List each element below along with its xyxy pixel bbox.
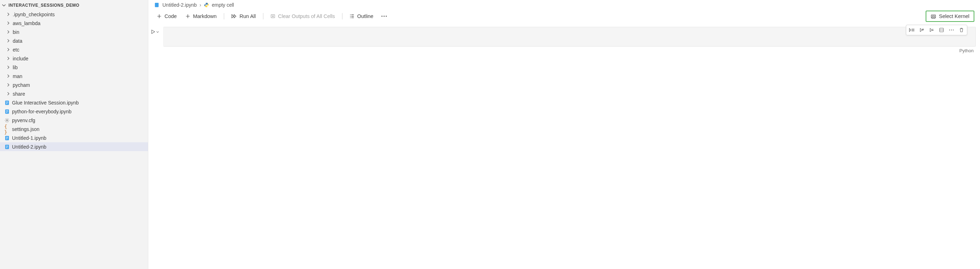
notebook-toolbar: Code Markdown Run All Clear Outputs of A…: [148, 9, 980, 25]
breadcrumb: Untitled-2.ipynb › empty cell: [148, 0, 980, 9]
folder-item[interactable]: .ipynb_checkpoints: [0, 10, 148, 19]
folder-label: lib: [13, 65, 18, 70]
run-all-label: Run All: [240, 13, 256, 19]
cell-more-button[interactable]: [947, 26, 956, 34]
svg-point-2: [6, 120, 8, 121]
run-cell-button[interactable]: [151, 27, 163, 34]
file-label: Glue Interactive Session.ipynb: [12, 100, 79, 105]
run-all-button[interactable]: Run All: [227, 12, 260, 21]
add-code-cell-button[interactable]: Code: [153, 12, 181, 21]
cell-body: Python: [163, 27, 976, 53]
chevron-right-icon: [6, 38, 11, 43]
svg-point-16: [951, 30, 952, 30]
chevron-right-icon: [6, 65, 11, 70]
execute-below-button[interactable]: [928, 26, 936, 34]
file-label: python-for-everybody.ipynb: [12, 109, 72, 115]
folder-item[interactable]: bin: [0, 27, 148, 37]
svg-point-6: [206, 3, 206, 3]
plus-icon: [157, 14, 162, 19]
svg-point-17: [953, 30, 953, 30]
chevron-right-icon: [6, 56, 11, 61]
explorer-root-header[interactable]: INTERACTIVE_SESSIONS_DEMO: [0, 2, 148, 10]
run-all-icon: [231, 14, 237, 19]
cell-toolbar: [906, 25, 967, 35]
chevron-right-icon: [6, 83, 11, 88]
folder-item[interactable]: aws_lambda: [0, 19, 148, 27]
outline-icon: [350, 14, 355, 19]
svg-point-7: [207, 6, 207, 7]
plus-icon: [185, 14, 190, 19]
svg-point-10: [383, 16, 385, 17]
chevron-down-icon: [156, 30, 159, 33]
notebook-area: Python: [148, 25, 980, 269]
file-item[interactable]: { }settings.json: [0, 125, 148, 134]
clear-outputs-label: Clear Outputs of All Cells: [278, 13, 335, 19]
cell-language-label[interactable]: Python: [959, 48, 974, 53]
braces-icon: { }: [4, 126, 10, 132]
kernel-icon: [931, 13, 936, 19]
folder-label: pycham: [13, 82, 30, 88]
execute-below-icon: [929, 27, 934, 32]
explorer-root-label: INTERACTIVE_SESSIONS_DEMO: [8, 3, 80, 8]
notebook-icon: [4, 109, 10, 115]
editor-main: Untitled-2.ipynb › empty cell Code Markd…: [148, 0, 980, 269]
select-kernel-label: Select Kernel: [939, 13, 969, 19]
file-tree: Glue Interactive Session.ipynbpython-for…: [0, 98, 148, 151]
delete-cell-button[interactable]: [957, 26, 966, 34]
folder-label: aws_lambda: [13, 21, 41, 26]
run-by-line-button[interactable]: [908, 26, 916, 34]
chevron-down-icon: [2, 3, 6, 8]
toolbar-separator: [263, 13, 263, 19]
file-label: Untitled-1.ipynb: [12, 135, 46, 141]
split-cell-button[interactable]: [937, 26, 946, 34]
code-cell: Python: [151, 27, 976, 53]
add-markdown-cell-button[interactable]: Markdown: [181, 12, 221, 21]
execute-above-button[interactable]: [918, 26, 926, 34]
outline-button[interactable]: Outline: [345, 12, 378, 21]
folder-item[interactable]: share: [0, 89, 148, 98]
folder-item[interactable]: include: [0, 54, 148, 63]
chevron-right-icon: [6, 12, 11, 17]
folder-item[interactable]: etc: [0, 45, 148, 54]
clear-outputs-button[interactable]: Clear Outputs of All Cells: [266, 12, 339, 21]
notebook-icon: [4, 144, 10, 150]
gear-icon: [4, 118, 10, 123]
folder-label: etc: [13, 47, 19, 53]
svg-rect-13: [932, 16, 934, 17]
split-cell-icon: [939, 27, 944, 32]
svg-point-15: [949, 30, 950, 30]
file-label: settings.json: [12, 126, 40, 132]
toolbar-more-button[interactable]: [378, 13, 390, 20]
python-icon: [204, 2, 209, 7]
file-item[interactable]: Glue Interactive Session.ipynb: [0, 98, 148, 107]
folder-label: data: [13, 38, 22, 44]
breadcrumb-cell[interactable]: empty cell: [212, 2, 234, 8]
file-label: pyvenv.cfg: [12, 118, 35, 123]
execute-above-icon: [919, 27, 924, 32]
select-kernel-button[interactable]: Select Kernel: [926, 11, 974, 22]
run-by-line-icon: [909, 27, 915, 32]
cell-editor[interactable]: [163, 27, 976, 46]
svg-rect-5: [155, 3, 159, 7]
file-label: Untitled-2.ipynb: [12, 144, 46, 150]
folder-label: include: [13, 56, 28, 61]
svg-rect-12: [931, 15, 935, 18]
file-item[interactable]: Untitled-2.ipynb: [0, 142, 148, 151]
folder-label: .ipynb_checkpoints: [13, 12, 55, 17]
outline-label: Outline: [357, 13, 374, 19]
file-item[interactable]: Untitled-1.ipynb: [0, 134, 148, 142]
folder-label: share: [13, 91, 25, 97]
folder-item[interactable]: lib: [0, 63, 148, 72]
breadcrumb-file[interactable]: Untitled-2.ipynb: [162, 2, 197, 8]
toolbar-separator: [342, 13, 342, 19]
file-explorer-sidebar: INTERACTIVE_SESSIONS_DEMO .ipynb_checkpo…: [0, 0, 148, 269]
file-item[interactable]: python-for-everybody.ipynb: [0, 107, 148, 116]
folder-item[interactable]: man: [0, 72, 148, 81]
file-item[interactable]: pyvenv.cfg: [0, 116, 148, 125]
folder-tree: .ipynb_checkpointsaws_lambdabindataetcin…: [0, 10, 148, 98]
ellipsis-icon: [949, 28, 954, 32]
notebook-icon: [154, 2, 159, 8]
folder-item[interactable]: pycham: [0, 81, 148, 89]
folder-item[interactable]: data: [0, 37, 148, 45]
breadcrumb-separator: ›: [199, 2, 201, 8]
